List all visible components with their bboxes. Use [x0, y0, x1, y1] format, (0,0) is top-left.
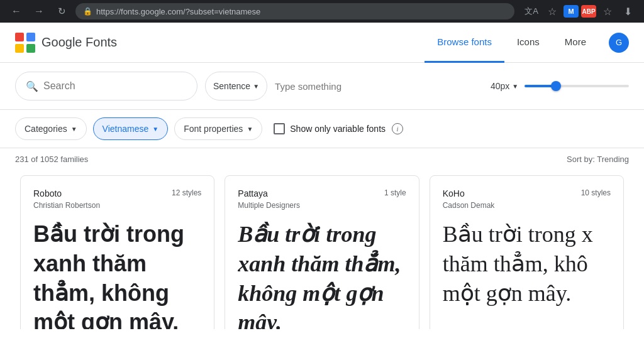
- browser-chrome: ← → ↻ 🔒 https://fonts.google.com/?subset…: [0, 0, 644, 23]
- sentence-chevron-icon: ▼: [253, 83, 259, 90]
- search-input[interactable]: [43, 80, 187, 92]
- search-box[interactable]: 🔍: [15, 72, 197, 100]
- font-name: KoHo: [443, 188, 465, 198]
- variable-fonts-checkbox-area[interactable]: Show only variable fonts: [274, 123, 386, 134]
- logo-text: Google Fonts: [42, 35, 117, 50]
- size-area: 40px ▼: [491, 80, 629, 92]
- categories-chevron-icon: ▼: [71, 126, 77, 133]
- extension-m-button[interactable]: M: [564, 5, 579, 18]
- categories-filter-button[interactable]: Categories ▼: [15, 117, 87, 140]
- search-icon: 🔍: [26, 80, 38, 92]
- font-card-header: Pattaya 1 style: [238, 188, 406, 198]
- font-grid: Roboto 12 styles Christian Robertson Bầu…: [0, 170, 644, 329]
- font-designer: Multiple Designers: [238, 201, 406, 210]
- results-count: 231 of 1052 families: [15, 155, 88, 164]
- size-dropdown[interactable]: 40px ▼: [491, 81, 518, 91]
- reload-button[interactable]: ↻: [53, 3, 70, 20]
- type-something-input[interactable]: [275, 81, 483, 92]
- back-button[interactable]: ←: [8, 3, 25, 20]
- variable-fonts-info-icon[interactable]: i: [392, 123, 403, 134]
- download-button[interactable]: ⬇: [619, 3, 636, 20]
- font-properties-chevron-icon: ▼: [247, 126, 253, 133]
- sentence-label: Sentence: [213, 81, 250, 91]
- font-styles: 1 style: [384, 188, 406, 197]
- font-styles: 12 styles: [172, 188, 201, 197]
- svg-rect-3: [26, 44, 35, 53]
- address-bar[interactable]: 🔒 https://fonts.google.com/?subset=vietn…: [75, 3, 514, 19]
- font-preview: Bầu trời trong xanh thăm thẳm, không một…: [33, 220, 201, 329]
- vietnamese-filter-button[interactable]: Vietnamese ▼: [93, 117, 169, 140]
- font-card-header: KoHo 10 styles: [443, 188, 611, 198]
- logo-area: Google Fonts: [15, 33, 117, 53]
- font-card-pattaya[interactable]: Pattaya 1 style Multiple Designers Bầu t…: [225, 175, 419, 329]
- more-link[interactable]: More: [552, 23, 599, 63]
- font-card-header: Roboto 12 styles: [33, 188, 201, 198]
- font-styles: 10 styles: [581, 188, 611, 197]
- header: Google Fonts Browse fonts Icons More G: [0, 23, 644, 63]
- font-properties-filter-button[interactable]: Font properties ▼: [174, 117, 262, 140]
- translate-icon: 文A: [525, 6, 538, 17]
- font-designer: Christian Robertson: [33, 201, 201, 210]
- svg-rect-1: [26, 33, 35, 41]
- font-name: Roboto: [33, 188, 62, 198]
- vietnamese-label: Vietnamese: [103, 124, 149, 134]
- size-chevron-icon: ▼: [512, 83, 518, 90]
- bookmark-star-button[interactable]: ☆: [543, 3, 561, 20]
- slider-thumb[interactable]: [551, 81, 561, 91]
- categories-label: Categories: [25, 124, 67, 134]
- font-name: Pattaya: [238, 188, 267, 198]
- svg-rect-0: [15, 33, 24, 41]
- font-preview: Bầu trời trong x thăm thẳm, khô một gợn …: [443, 220, 611, 308]
- browse-fonts-link[interactable]: Browse fonts: [425, 23, 504, 63]
- main-content: 231 of 1052 families Sort by: Trending R…: [0, 148, 644, 329]
- sort-label: Sort by: Trending: [567, 155, 629, 164]
- font-size-slider[interactable]: [525, 80, 629, 92]
- variable-fonts-checkbox[interactable]: [274, 123, 285, 134]
- svg-rect-2: [15, 44, 24, 53]
- size-value: 40px: [491, 81, 509, 91]
- extension-abp-button[interactable]: ABP: [581, 5, 596, 18]
- font-designer: Cadson Demak: [443, 201, 611, 210]
- variable-fonts-label: Show only variable fonts: [290, 124, 386, 134]
- user-avatar[interactable]: G: [609, 33, 629, 53]
- font-card-roboto[interactable]: Roboto 12 styles Christian Robertson Bầu…: [20, 175, 214, 329]
- font-properties-label: Font properties: [184, 124, 243, 134]
- font-card-koho[interactable]: KoHo 10 styles Cadson Demak Bầu trời tro…: [430, 175, 624, 329]
- url-text: https://fonts.google.com/?subset=vietnam…: [96, 7, 260, 16]
- toolbar: 🔍 Sentence ▼ 40px ▼: [0, 63, 644, 110]
- star-button[interactable]: ☆: [599, 3, 616, 20]
- vietnamese-chevron-icon: ▼: [152, 126, 158, 133]
- filter-bar: Categories ▼ Vietnamese ▼ Font propertie…: [0, 110, 644, 148]
- font-preview: Bầu trời trong xanh thăm thẳm, không một…: [238, 220, 406, 329]
- slider-track: [525, 85, 629, 87]
- results-bar: 231 of 1052 families Sort by: Trending: [0, 148, 644, 170]
- sentence-dropdown[interactable]: Sentence ▼: [205, 72, 267, 100]
- icons-link[interactable]: Icons: [504, 23, 552, 63]
- lock-icon: 🔒: [83, 7, 92, 16]
- forward-button[interactable]: →: [30, 3, 48, 20]
- google-fonts-logo-icon: [15, 33, 35, 53]
- main-nav: Browse fonts Icons More: [425, 23, 599, 63]
- browser-actions: 文A ☆ M ABP ☆ ⬇: [525, 3, 636, 20]
